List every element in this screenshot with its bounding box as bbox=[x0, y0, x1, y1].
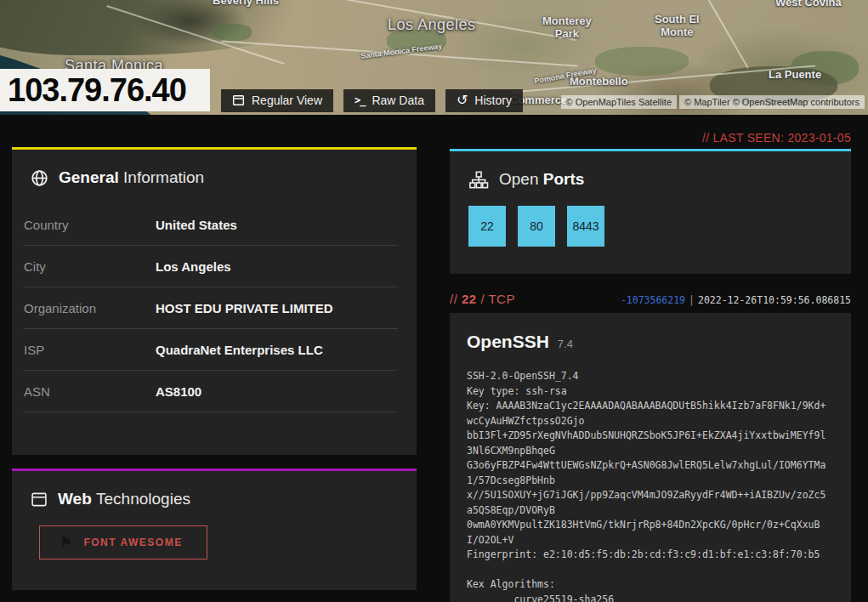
ports-list: 22 80 8443 bbox=[468, 206, 832, 247]
ip-address: 103.79.76.40 bbox=[8, 72, 186, 109]
port-chip-80[interactable]: 80 bbox=[518, 206, 555, 247]
scan-meta: -1073566219|2022-12-26T10:59:56.086815 bbox=[621, 294, 851, 306]
attribution-tiles: © OpenMapTiles Satellite bbox=[561, 95, 677, 109]
service-panel-openssh: OpenSSH 7.4 SSH-2.0-OpenSSH_7.4 Key type… bbox=[450, 313, 851, 602]
service-name: OpenSSH bbox=[467, 332, 549, 352]
table-row: City Los Angeles bbox=[24, 246, 398, 287]
history-icon: ↺ bbox=[457, 95, 468, 105]
last-seen-label: // LAST SEEN: 2023-01-05 bbox=[450, 131, 851, 145]
map-label-beverly-hills: Beverly Hills bbox=[213, 0, 279, 8]
scan-timestamp: 2022-12-26T10:59:56.086815 bbox=[698, 294, 851, 306]
terminal-icon: >_ bbox=[355, 94, 365, 106]
sitemap-icon bbox=[468, 171, 489, 189]
tab-label: History bbox=[474, 94, 512, 107]
window-icon bbox=[232, 94, 245, 106]
general-information-heading: General Information bbox=[12, 150, 417, 187]
globe-icon bbox=[31, 169, 48, 187]
service-banner: SSH-2.0-OpenSSH_7.4 Key type: ssh-rsa Ke… bbox=[467, 369, 834, 602]
tab-label: Regular View bbox=[252, 94, 322, 107]
port-chip-8443[interactable]: 8443 bbox=[567, 206, 604, 247]
table-row: ISP QuadraNet Enterprises LLC bbox=[24, 329, 398, 371]
port-chip-22[interactable]: 22 bbox=[468, 206, 506, 247]
port-number: 22 bbox=[462, 292, 477, 306]
open-ports-panel: Open Ports 22 80 8443 bbox=[450, 149, 851, 274]
map-label-west-covina: West Covina bbox=[775, 0, 842, 9]
protocol: TCP bbox=[488, 292, 515, 306]
tab-raw-data[interactable]: >_ Raw Data bbox=[343, 89, 435, 112]
general-info-table: Country United States City Los Angeles O… bbox=[24, 204, 398, 412]
ip-title-box: 103.79.76.40 bbox=[0, 69, 210, 111]
table-row: Organization HOST EDU PRIVATE LIMITED bbox=[24, 287, 398, 329]
banner-hash-link[interactable]: -1073566219 bbox=[621, 294, 685, 306]
tab-label: Raw Data bbox=[372, 94, 423, 107]
web-technologies-panel: Web Technologies ⚑ FONT AWESOME bbox=[12, 469, 417, 590]
tab-regular-view[interactable]: Regular View bbox=[221, 89, 333, 112]
port-22-section-header: // 22 / TCP -1073566219|2022-12-26T10:59… bbox=[450, 292, 851, 306]
map-label-monterey-park: Monterey Park bbox=[542, 15, 592, 41]
table-row: ASN AS8100 bbox=[24, 371, 398, 412]
host-page: Beverly Hills West Covina Los Angeles Sa… bbox=[0, 0, 868, 602]
browser-window-icon bbox=[31, 491, 48, 508]
service-heading: OpenSSH 7.4 bbox=[450, 313, 851, 352]
map-mountains bbox=[0, 0, 332, 55]
open-ports-heading: Open Ports bbox=[450, 151, 851, 189]
tab-history[interactable]: ↺ History bbox=[445, 89, 523, 112]
view-tabs: Regular View >_ Raw Data ↺ History bbox=[221, 89, 523, 112]
map-label-south-el-monte: South El Monte bbox=[655, 14, 700, 39]
service-version: 7.4 bbox=[558, 338, 573, 350]
general-information-panel: General Information Country United State… bbox=[12, 147, 417, 455]
map-label-la-puente: La Puente bbox=[769, 69, 821, 82]
port-protocol-label: // 22 / TCP bbox=[450, 292, 515, 306]
map-attribution: © OpenMapTiles Satellite © MapTiler © Op… bbox=[561, 95, 865, 109]
font-awesome-tech-button[interactable]: ⚑ FONT AWESOME bbox=[39, 525, 207, 559]
web-technologies-heading: Web Technologies bbox=[12, 471, 417, 508]
attribution-maptiler: © MapTiler © OpenStreetMap contributors bbox=[679, 95, 865, 109]
map-label-los-angeles: Los Angeles bbox=[388, 16, 476, 34]
table-row: Country United States bbox=[24, 204, 398, 246]
flag-icon: ⚑ bbox=[60, 535, 71, 550]
